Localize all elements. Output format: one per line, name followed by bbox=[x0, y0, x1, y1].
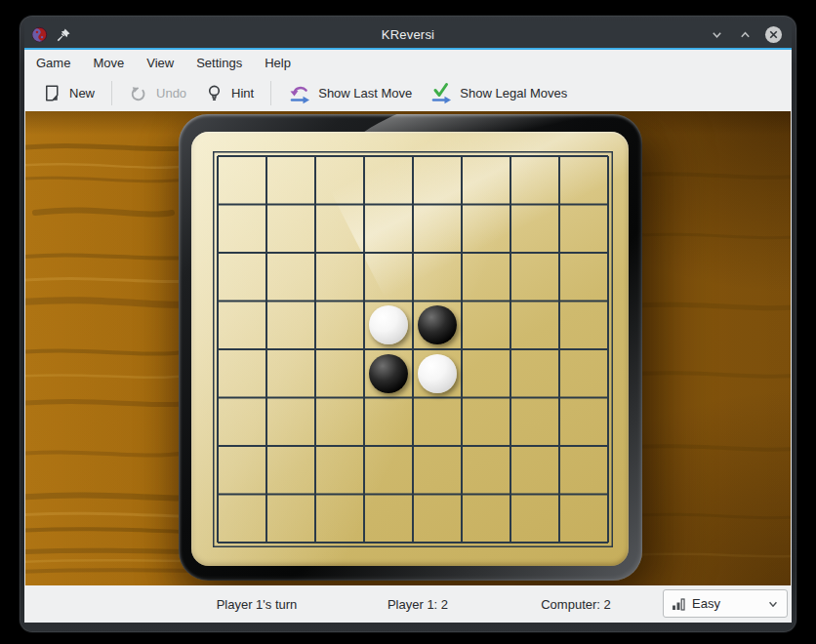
board-cell-2-3[interactable] bbox=[364, 253, 413, 302]
board-cell-1-0[interactable] bbox=[218, 205, 266, 254]
board-cell-6-7[interactable] bbox=[559, 446, 608, 495]
board-cell-1-7[interactable] bbox=[559, 205, 608, 254]
titlebar[interactable]: KReversi bbox=[24, 20, 792, 48]
board-cell-7-4[interactable] bbox=[413, 495, 462, 543]
board-cell-1-4[interactable] bbox=[413, 205, 462, 254]
board-grid bbox=[213, 151, 613, 547]
board-cell-0-7[interactable] bbox=[559, 156, 608, 205]
board-cell-4-1[interactable] bbox=[266, 349, 315, 398]
board-cell-3-7[interactable] bbox=[559, 302, 608, 350]
board-cell-0-1[interactable] bbox=[266, 156, 315, 205]
board-cell-0-6[interactable] bbox=[510, 156, 559, 205]
board-surface bbox=[191, 132, 629, 566]
piece-black-r3c4 bbox=[418, 305, 457, 344]
board-cell-4-0[interactable] bbox=[218, 349, 266, 398]
player1-score: Player 1: 2 bbox=[388, 597, 448, 612]
board-cell-5-0[interactable] bbox=[218, 398, 266, 447]
board-cell-5-7[interactable] bbox=[559, 398, 608, 447]
board-frame bbox=[179, 114, 642, 581]
hint-button-label: Hint bbox=[231, 86, 254, 101]
board-cell-6-0[interactable] bbox=[218, 446, 266, 495]
board-cell-2-1[interactable] bbox=[266, 253, 315, 302]
board-cell-3-2[interactable] bbox=[315, 302, 364, 350]
menu-settings[interactable]: Settings bbox=[188, 53, 250, 73]
board-cell-1-5[interactable] bbox=[462, 205, 510, 254]
board-cell-6-1[interactable] bbox=[266, 446, 315, 495]
board-cell-5-3[interactable] bbox=[364, 398, 413, 447]
board-cell-0-2[interactable] bbox=[315, 156, 364, 205]
board-cell-1-3[interactable] bbox=[364, 205, 413, 254]
board-cell-0-5[interactable] bbox=[462, 156, 510, 205]
legal-moves-check-icon bbox=[429, 82, 453, 104]
board-cell-5-2[interactable] bbox=[315, 398, 364, 447]
board-cell-7-7[interactable] bbox=[559, 495, 608, 543]
board-cell-2-2[interactable] bbox=[315, 253, 364, 302]
board-cell-7-3[interactable] bbox=[364, 495, 413, 543]
piece-white-r4c4 bbox=[418, 354, 457, 393]
menu-game[interactable]: Game bbox=[28, 53, 78, 73]
difficulty-levels-icon bbox=[672, 597, 685, 611]
board-cell-2-7[interactable] bbox=[559, 253, 608, 302]
chevron-down-icon bbox=[711, 28, 723, 41]
board-cell-7-0[interactable] bbox=[218, 495, 266, 543]
hint-button[interactable]: Hint bbox=[195, 78, 263, 108]
new-button-label: New bbox=[69, 86, 95, 101]
board-cell-6-4[interactable] bbox=[413, 446, 462, 495]
board-cell-2-0[interactable] bbox=[218, 253, 266, 302]
minimize-button[interactable] bbox=[707, 24, 726, 44]
board-cell-4-2[interactable] bbox=[315, 349, 364, 398]
menu-move[interactable]: Move bbox=[85, 53, 132, 73]
last-move-arrow-icon bbox=[288, 82, 311, 104]
maximize-button[interactable] bbox=[735, 24, 755, 44]
board-cell-4-7[interactable] bbox=[559, 349, 608, 398]
menu-view[interactable]: View bbox=[139, 53, 182, 73]
undo-arrow-icon bbox=[129, 83, 149, 103]
board-cell-7-1[interactable] bbox=[266, 495, 315, 543]
board-cell-5-5[interactable] bbox=[462, 398, 510, 447]
board-cell-1-6[interactable] bbox=[510, 205, 559, 254]
board-cell-1-1[interactable] bbox=[266, 205, 315, 254]
board-cell-7-6[interactable] bbox=[510, 495, 559, 543]
toolbar: New Undo Hint bbox=[24, 75, 792, 111]
board-cell-4-6[interactable] bbox=[510, 349, 559, 398]
new-button[interactable]: New bbox=[33, 78, 103, 108]
board-cell-5-6[interactable] bbox=[510, 398, 559, 447]
board-cell-1-2[interactable] bbox=[315, 205, 364, 254]
board-cell-4-5[interactable] bbox=[462, 349, 510, 398]
turn-status: Player 1's turn bbox=[217, 597, 298, 612]
show-last-move-label: Show Last Move bbox=[318, 86, 412, 101]
difficulty-dropdown[interactable]: Easy bbox=[663, 589, 788, 618]
board-cell-0-4[interactable] bbox=[413, 156, 462, 205]
board-cell-3-6[interactable] bbox=[510, 302, 559, 350]
board-cell-3-1[interactable] bbox=[266, 302, 315, 350]
show-last-move-button[interactable]: Show Last Move bbox=[279, 77, 421, 109]
board-cell-6-5[interactable] bbox=[462, 446, 510, 495]
window-content: KReversi bbox=[24, 20, 792, 623]
board-cell-6-3[interactable] bbox=[364, 446, 413, 495]
board-cell-5-1[interactable] bbox=[266, 398, 315, 447]
undo-button[interactable]: Undo bbox=[120, 78, 195, 108]
board-cell-7-2[interactable] bbox=[315, 495, 364, 543]
computer-score: Computer: 2 bbox=[541, 597, 611, 612]
window-title: KReversi bbox=[24, 27, 792, 42]
show-legal-moves-label: Show Legal Moves bbox=[460, 86, 567, 101]
show-legal-moves-button[interactable]: Show Legal Moves bbox=[421, 77, 576, 109]
board-cell-2-5[interactable] bbox=[462, 253, 510, 302]
board-cell-2-6[interactable] bbox=[510, 253, 559, 302]
board-cell-2-4[interactable] bbox=[413, 253, 462, 302]
board-cell-6-2[interactable] bbox=[315, 446, 364, 495]
board-cell-6-6[interactable] bbox=[510, 446, 559, 495]
piece-white-r3c3 bbox=[369, 305, 408, 344]
board-cell-0-0[interactable] bbox=[218, 156, 266, 205]
board-cell-3-5[interactable] bbox=[462, 302, 510, 350]
board-cell-0-3[interactable] bbox=[364, 156, 413, 205]
board-cell-3-0[interactable] bbox=[218, 302, 266, 350]
piece-black-r4c3 bbox=[369, 354, 408, 393]
board-cell-5-4[interactable] bbox=[413, 398, 462, 447]
statusbar: Player 1's turn Player 1: 2 Computer: 2 … bbox=[24, 585, 792, 623]
board-cell-7-5[interactable] bbox=[462, 495, 510, 543]
undo-button-label: Undo bbox=[156, 86, 186, 101]
close-button[interactable] bbox=[763, 24, 783, 44]
screen: KReversi bbox=[0, 0, 816, 644]
menu-help[interactable]: Help bbox=[257, 53, 299, 73]
